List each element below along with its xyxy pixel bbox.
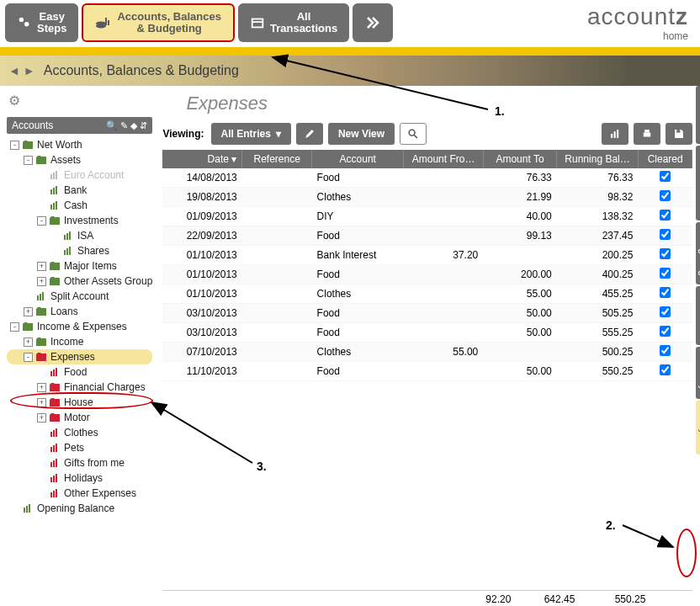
expand-icon[interactable]: + <box>37 398 46 407</box>
tree-node-motor[interactable]: +Motor <box>7 410 152 425</box>
tree-node-pets[interactable]: Pets <box>7 440 152 455</box>
table-row[interactable]: 14/08/2013Food76.3376.33 <box>162 168 692 188</box>
table-row[interactable]: 19/08/2013Clothes21.9998.32 <box>162 188 692 207</box>
tree-node-major-items[interactable]: +Major Items <box>7 258 152 274</box>
table-row[interactable]: 01/10/2013Food200.00400.25 <box>162 265 692 284</box>
col-cleared[interactable]: Cleared <box>638 150 692 168</box>
tree-node-other-expenses[interactable]: Other Expenses <box>7 486 152 501</box>
folder-icon <box>22 322 34 331</box>
vtab-analysis[interactable]: Analysis <box>696 401 700 455</box>
table-row[interactable]: 01/10/2013Bank Interest37.20200.25 <box>162 246 692 265</box>
table-row[interactable]: 01/09/2013DIY40.00138.32 <box>162 207 692 226</box>
cell <box>404 323 483 343</box>
tree-node-net-worth[interactable]: -Net Worth <box>7 137 152 152</box>
tree-node-financial-charges[interactable]: +Financial Charges <box>7 380 152 395</box>
table-row[interactable]: 03/10/2013Food50.00505.25 <box>162 304 692 323</box>
col-running-bal-[interactable]: Running Bal… <box>557 150 639 168</box>
search-button[interactable] <box>400 123 427 145</box>
svg-rect-15 <box>53 203 55 210</box>
tab-all-transactions[interactable]: All Transactions <box>238 3 349 42</box>
tree-node-clothes[interactable]: Clothes <box>7 425 152 440</box>
tree-node-assets[interactable]: -Assets <box>7 152 152 167</box>
table-row[interactable]: 01/10/2013Clothes55.00455.25 <box>162 284 692 304</box>
table-row[interactable]: 03/10/2013Food50.00555.25 <box>162 323 692 343</box>
new-view-button[interactable]: New View <box>328 123 395 145</box>
col-amount-fro-[interactable]: Amount Fro… <box>404 150 483 168</box>
print-button[interactable] <box>634 123 660 145</box>
tree-node-other-assets-group[interactable]: +Other Assets Group <box>7 274 152 289</box>
expand-icon[interactable]: + <box>37 277 46 286</box>
tree-node-holidays[interactable]: Holidays <box>7 470 152 486</box>
tree-node-loans[interactable]: +Loans <box>7 304 152 319</box>
all-entries-dropdown[interactable]: All Entries ▾ <box>211 123 291 145</box>
vtab-balances[interactable]: Balances <box>696 86 700 144</box>
collapse-icon[interactable]: - <box>37 216 46 226</box>
vtab-monthly[interactable]: Monthly <box>696 347 700 399</box>
tree-node-opening-balance[interactable]: Opening Balance <box>7 501 152 516</box>
cleared-checkbox[interactable] <box>660 345 671 356</box>
vtab-overview[interactable]: Overview <box>696 286 700 345</box>
settings-gear-icon[interactable]: ⚙ <box>8 93 152 109</box>
tree-node-cash[interactable]: Cash <box>7 198 152 213</box>
col-account[interactable]: Account <box>312 150 404 168</box>
tree-search-icon[interactable]: 🔍 <box>106 120 118 131</box>
expand-icon[interactable]: + <box>37 413 46 423</box>
expand-icon[interactable]: + <box>24 307 33 316</box>
tree-node-split-account[interactable]: Split Account <box>7 289 152 304</box>
table-row[interactable]: 07/10/2013Clothes55.00500.25 <box>162 343 692 362</box>
tree-node-shares[interactable]: Shares <box>7 243 152 258</box>
tree-node-label: Opening Balance <box>37 502 114 514</box>
expand-icon[interactable]: + <box>24 338 33 347</box>
tree-node-label: ISA <box>77 230 93 242</box>
collapse-icon[interactable]: - <box>24 156 33 165</box>
tab-more[interactable] <box>353 3 393 42</box>
cleared-checkbox[interactable] <box>660 171 671 182</box>
vtab-budgeting[interactable]: Budgeting <box>696 222 700 284</box>
tree-node-label: Net Worth <box>37 139 82 151</box>
tree-node-income[interactable]: +Income <box>7 334 152 349</box>
col-amount-to[interactable]: Amount To <box>483 150 556 168</box>
nav-back-icon[interactable]: ◄ <box>8 64 20 77</box>
cleared-checkbox[interactable] <box>660 210 671 221</box>
collapse-icon[interactable]: - <box>10 141 19 150</box>
tab-accounts-balances-budgeting[interactable]: Accounts, Balances & Budgeting <box>82 3 235 42</box>
collapse-icon[interactable]: - <box>10 322 19 332</box>
cell <box>242 265 312 284</box>
edit-view-button[interactable] <box>296 123 323 145</box>
cleared-checkbox[interactable] <box>660 268 671 279</box>
cleared-checkbox[interactable] <box>660 326 671 337</box>
nav-forward-icon[interactable]: ► <box>24 64 35 77</box>
tree-node-gifts-from-me[interactable]: Gifts from me <box>7 455 152 470</box>
save-button[interactable] <box>666 123 692 145</box>
table-row[interactable]: 11/10/2013Food50.00550.25 <box>162 362 692 381</box>
tree-edit-icon[interactable]: ✎ <box>120 120 128 131</box>
table-row[interactable]: 22/09/2013Food99.13237.45 <box>162 226 692 246</box>
chart-button[interactable] <box>602 123 628 145</box>
tree-sort-icon[interactable]: ◆ <box>130 120 137 131</box>
col-reference[interactable]: Reference <box>242 150 312 168</box>
tree-node-income-expenses[interactable]: -Income & Expenses <box>7 319 152 334</box>
tree-node-isa[interactable]: ISA <box>7 228 152 243</box>
cleared-checkbox[interactable] <box>660 248 671 259</box>
tab-easy-steps[interactable]: Easy Steps <box>5 3 78 42</box>
folder-icon <box>49 383 61 391</box>
tree-node-label: Financial Charges <box>64 381 146 393</box>
cleared-checkbox[interactable] <box>660 229 671 240</box>
tree-node-expenses[interactable]: -Expenses <box>7 349 152 364</box>
expand-icon[interactable]: + <box>37 262 46 271</box>
account-icon <box>49 489 61 497</box>
tree-node-house[interactable]: +House <box>7 395 152 410</box>
cleared-checkbox[interactable] <box>660 190 671 201</box>
cleared-checkbox[interactable] <box>660 287 671 298</box>
expand-icon[interactable]: + <box>37 383 46 392</box>
col-date[interactable]: Date ▾ <box>162 150 241 168</box>
vtab-transactions[interactable]: Transactions <box>696 146 700 220</box>
tree-collapse-icon[interactable]: ⇵ <box>140 120 147 131</box>
cleared-checkbox[interactable] <box>660 364 671 375</box>
cleared-checkbox[interactable] <box>660 306 671 317</box>
tree-node-food[interactable]: Food <box>7 364 152 380</box>
tree-node-euro-account[interactable]: Euro Account <box>7 167 152 183</box>
tree-node-investments[interactable]: -Investments <box>7 213 152 228</box>
tree-node-bank[interactable]: Bank <box>7 183 152 198</box>
collapse-icon[interactable]: - <box>24 353 33 362</box>
